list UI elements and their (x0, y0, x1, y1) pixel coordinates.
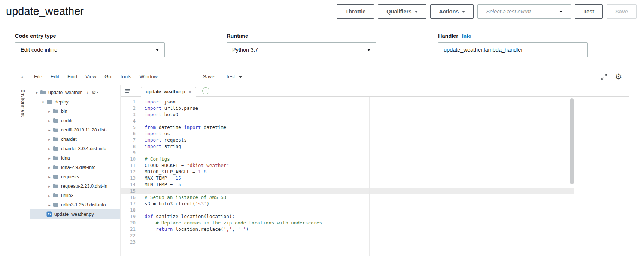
tree-item-bin[interactable]: ▸bin (30, 106, 120, 116)
code-line-12[interactable]: MOTOR_STEP_ANGLE = 1.8 (145, 169, 574, 175)
tree-item-update-weather[interactable]: ▾update_weather- /⚙▾ (30, 88, 120, 97)
code-line-2[interactable]: import urllib.parse (145, 105, 574, 111)
line-number-gutter[interactable]: 1234567891011121314151617181920212223 (121, 97, 139, 256)
code-line-21[interactable]: return location.replace(',', '_') (145, 226, 574, 232)
caret-right-icon[interactable]: ▸ (47, 128, 52, 132)
code-line-10[interactable]: # Configs (145, 156, 574, 162)
gutter-line-number[interactable]: 15 (121, 188, 136, 194)
menu-go[interactable]: Go (100, 74, 115, 79)
menu-test[interactable]: Test (226, 74, 242, 79)
menu-edit[interactable]: Edit (46, 74, 63, 79)
tree-item-chardet[interactable]: ▸chardet (30, 134, 120, 144)
tree-item-idna-2-9-dist-info[interactable]: ▸idna-2.9.dist-info (30, 163, 120, 172)
code-line-16[interactable]: # Setup an instance of AWS S3 (145, 194, 574, 200)
handler-input[interactable] (438, 42, 588, 57)
gutter-line-number[interactable]: 3 (121, 111, 136, 118)
caret-down-icon[interactable]: ▾ (40, 100, 46, 104)
caret-right-icon[interactable]: ▸ (47, 118, 52, 123)
code-line-20[interactable]: # Replace commas in the zip code locatio… (145, 220, 574, 226)
code-line-14[interactable]: MIN_TEMP = -5 (145, 181, 574, 188)
code-entry-type-select[interactable]: Edit code inline (15, 42, 165, 57)
tree-item-certifi[interactable]: ▸certifi (30, 116, 120, 125)
qualifiers-button[interactable]: Qualifiers (378, 4, 426, 19)
tree-item-update-weather-py[interactable]: update_weather.py (30, 209, 120, 219)
environment-tab[interactable]: Environment (15, 85, 30, 256)
tree-item-urllib3[interactable]: ▸urllib3 (30, 191, 120, 200)
gutter-line-number[interactable]: 16 (121, 194, 136, 200)
tree-item-requests[interactable]: ▸requests (30, 172, 120, 181)
code-line-23[interactable] (145, 239, 574, 245)
tree-settings-gear-icon[interactable]: ⚙▾ (92, 90, 98, 95)
code-line-18[interactable] (145, 207, 574, 213)
close-tab-icon[interactable]: × (189, 89, 192, 95)
gutter-line-number[interactable]: 17 (121, 200, 136, 207)
gutter-line-number[interactable]: 9 (121, 149, 136, 156)
menu-window[interactable]: Window (136, 74, 162, 79)
handler-info-link[interactable]: Info (462, 33, 471, 39)
code-lines[interactable]: import jsonimport urllib.parseimport bot… (139, 97, 574, 256)
gutter-line-number[interactable]: 12 (121, 169, 136, 175)
gutter-line-number[interactable]: 4 (121, 118, 136, 124)
menu-file[interactable]: File (30, 74, 46, 79)
caret-right-icon[interactable]: ▸ (47, 184, 52, 188)
gutter-line-number[interactable]: 23 (121, 239, 136, 245)
gutter-line-number[interactable]: 5 (121, 124, 136, 130)
code-line-5[interactable]: from datetime import datetime (145, 124, 574, 130)
code-line-8[interactable]: import string (145, 143, 574, 149)
caret-right-icon[interactable]: ▸ (47, 146, 52, 151)
code-line-19[interactable]: def sanitize_location(location): (145, 213, 574, 220)
code-line-11[interactable]: CLOUD_BUCKET = "dkiot-weather" (145, 162, 574, 169)
code-line-22[interactable] (145, 232, 574, 239)
gutter-line-number[interactable]: 7 (121, 137, 136, 143)
code-line-6[interactable]: import os (145, 130, 574, 137)
caret-down-icon[interactable]: ▾ (34, 90, 39, 95)
gutter-line-number[interactable]: 2 (121, 105, 136, 111)
test-event-select[interactable]: Select a test event (477, 4, 571, 19)
menu-tools[interactable]: Tools (115, 74, 136, 79)
caret-right-icon[interactable]: ▸ (47, 203, 52, 207)
code-line-3[interactable]: import boto3 (145, 111, 574, 118)
gutter-line-number[interactable]: 10 (121, 156, 136, 162)
menu-view[interactable]: View (81, 74, 100, 79)
code-line-15[interactable] (145, 188, 574, 194)
test-button[interactable]: Test (575, 4, 603, 19)
menu-save[interactable]: Save (203, 74, 215, 79)
throttle-button[interactable]: Throttle (337, 4, 374, 19)
tree-item-certifi-2019-11-28-dist-[interactable]: ▸certifi-2019.11.28.dist- (30, 125, 120, 134)
caret-right-icon[interactable]: ▸ (47, 193, 52, 198)
settings-gear-icon[interactable]: ⚙ (615, 73, 622, 81)
gutter-line-number[interactable]: 19 (121, 213, 136, 220)
save-button[interactable]: Save (607, 4, 637, 19)
handler-input[interactable] (444, 47, 582, 53)
gutter-line-number[interactable]: 18 (121, 207, 136, 213)
actions-button[interactable]: Actions (430, 4, 474, 19)
code-line-1[interactable]: import json (145, 99, 574, 105)
gutter-line-number[interactable]: 1 (121, 99, 136, 105)
code-line-17[interactable]: s3 = boto3.client('s3') (145, 200, 574, 207)
tree-item-idna[interactable]: ▸idna (30, 153, 120, 163)
tree-item-deploy[interactable]: ▾deploy (30, 97, 120, 106)
runtime-select[interactable]: Python 3.7 (227, 42, 376, 57)
code-line-9[interactable] (145, 149, 574, 156)
scrollbar-thumb[interactable] (570, 98, 574, 184)
code-line-13[interactable]: MAX_TEMP = 15 (145, 175, 574, 181)
gutter-line-number[interactable]: 11 (121, 162, 136, 169)
gutter-line-number[interactable]: 21 (121, 226, 136, 232)
code-line-7[interactable]: import requests (145, 137, 574, 143)
caret-right-icon[interactable]: ▸ (47, 156, 52, 160)
tree-item-chardet-3-0-4-dist-info[interactable]: ▸chardet-3.0.4.dist-info (30, 144, 120, 153)
tab-update-weather[interactable]: update_weather.p × (141, 87, 196, 97)
gutter-line-number[interactable]: 14 (121, 181, 136, 188)
menu-find[interactable]: Find (63, 74, 81, 79)
tab-list-icon[interactable] (125, 88, 131, 94)
caret-right-icon[interactable]: ▸ (47, 165, 52, 170)
collapse-editor-icon[interactable]: ▲ (21, 75, 24, 79)
gutter-line-number[interactable]: 22 (121, 232, 136, 239)
caret-right-icon[interactable]: ▸ (47, 109, 52, 114)
code-line-4[interactable] (145, 118, 574, 124)
caret-right-icon[interactable]: ▸ (47, 137, 52, 142)
gutter-line-number[interactable]: 8 (121, 143, 136, 149)
new-tab-button[interactable]: + (202, 87, 209, 94)
fullscreen-icon[interactable] (601, 73, 607, 80)
tree-item-requests-2-23-0-dist-in[interactable]: ▸requests-2.23.0.dist-in (30, 181, 120, 191)
